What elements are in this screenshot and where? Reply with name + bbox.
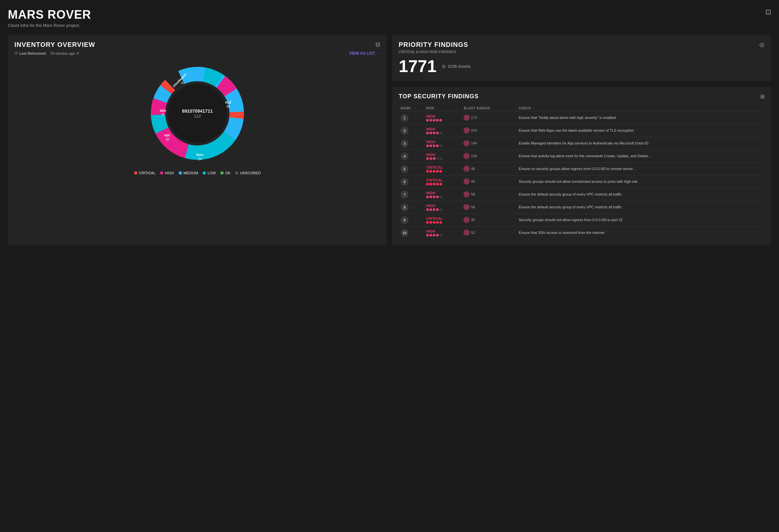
- target-icon: [464, 179, 470, 185]
- table-row: 7 HIGH 58 Ensure the default security gr…: [399, 188, 765, 201]
- account-id: 691070941711: [182, 109, 213, 114]
- svg-point-48: [466, 232, 467, 233]
- arrow-right-icon: →: [376, 51, 380, 56]
- rank-badge: 3: [401, 140, 409, 147]
- check-text: Security groups should not allow ingress…: [519, 217, 763, 222]
- rank-badge: 7: [401, 191, 409, 199]
- target-icon: [464, 153, 470, 159]
- check-cell: Ensure the default security group of eve…: [517, 188, 765, 201]
- last-refreshed: ⏱ Last Refreshed: 29 minutes ago ↺: [14, 52, 79, 56]
- target-icon: ◎: [759, 41, 765, 48]
- col-rank: RANK: [399, 105, 424, 112]
- svg-text:24: 24: [198, 157, 202, 161]
- svg-point-23: [465, 129, 468, 132]
- rank-cell: 10: [399, 227, 424, 240]
- legend: CRITICAL HIGH MEDIUM LOW OK: [134, 171, 261, 175]
- svg-point-36: [466, 181, 467, 182]
- terminal-icon[interactable]: ⊞: [760, 93, 765, 99]
- legend-dot-low: [202, 171, 206, 175]
- legend-critical: CRITICAL: [134, 171, 156, 175]
- svg-point-44: [465, 218, 468, 221]
- legend-low: LOW: [202, 171, 216, 175]
- priority-subtitle: CRITICAL & HIGH RISK FINDINGS: [399, 50, 468, 54]
- priority-title: PRIORITY FINDINGS: [399, 41, 468, 49]
- rank-cell: 1: [399, 112, 424, 125]
- donut-chart-container: ec2 44 kms 24 vpc 18 iam 9 cloudwatch 8: [14, 61, 380, 175]
- svg-text:9: 9: [162, 113, 164, 117]
- rank-badge: 1: [401, 114, 409, 122]
- blast-cell: 134: [462, 150, 517, 163]
- table-row: 10 HIGH 52 Ensure that SSH access is res…: [399, 227, 765, 240]
- table-row: 2 HIGH 154 Ensure that Web Apps use the …: [399, 125, 765, 137]
- legend-dot-medium: [179, 171, 182, 175]
- inventory-title: INVENTORY OVERVIEW: [14, 41, 95, 49]
- risk-label: HIGH: [426, 153, 460, 156]
- target-icon: [464, 204, 470, 210]
- rank-badge: 2: [401, 127, 409, 135]
- check-text: Ensure no security groups allow ingress …: [519, 167, 763, 171]
- check-text: Ensure that activity log alerts exist fo…: [519, 154, 763, 158]
- risk-cell: HIGH: [424, 188, 462, 201]
- check-text: Ensure the default security group of eve…: [519, 192, 763, 197]
- table-row: 4 HIGH 134 Ensure that activity log aler…: [399, 150, 765, 163]
- legend-ok: OK: [220, 171, 231, 175]
- report-icon[interactable]: ⊡: [765, 8, 771, 16]
- check-cell: Ensure that "Notify about alerts with hi…: [517, 112, 765, 125]
- risk-label: CRITICAL: [426, 178, 460, 182]
- risk-label: HIGH: [426, 140, 460, 144]
- legend-dot-unscored: [235, 171, 238, 175]
- check-text: Ensure that "Notify about alerts with hi…: [519, 115, 763, 120]
- donut-center: 691070941711 112: [182, 109, 213, 119]
- svg-point-32: [465, 167, 468, 170]
- svg-text:ec2: ec2: [225, 100, 231, 104]
- svg-point-38: [465, 193, 468, 196]
- legend-unscored: UNSCORED: [235, 171, 261, 175]
- rank-cell: 7: [399, 188, 424, 201]
- check-text: Security groups should not allow unrestr…: [519, 179, 763, 184]
- blast-radius: 58: [464, 191, 475, 197]
- rank-badge: 6: [401, 178, 409, 186]
- table-row: 9 CRITICAL 30 Security groups should not…: [399, 214, 765, 227]
- blast-cell: 43: [462, 176, 517, 188]
- blast-cell: 154: [462, 125, 517, 137]
- check-text: Ensure the default security group of eve…: [519, 205, 763, 210]
- rank-badge: 5: [401, 165, 409, 173]
- check-text: Ensure that Web Apps use the latest avai…: [519, 128, 763, 133]
- findings-table: RANK RISK BLAST RADIUS CHECK 1 HIGH: [399, 105, 765, 239]
- main-grid: INVENTORY OVERVIEW ⊟ ⏱ Last Refreshed: 2…: [8, 35, 771, 246]
- priority-count: 1771: [399, 58, 437, 75]
- target-icon: [464, 191, 470, 197]
- risk-cell: HIGH: [424, 201, 462, 214]
- risk-label: CRITICAL: [426, 165, 460, 170]
- clock-icon: ⏱: [14, 52, 18, 55]
- svg-point-21: [466, 117, 467, 118]
- blast-radius: 30: [464, 217, 475, 223]
- svg-point-20: [465, 116, 468, 119]
- check-cell: Ensure that SSH access is restricted fro…: [517, 227, 765, 240]
- blast-cell: 30: [462, 214, 517, 227]
- legend-dot-critical: [134, 171, 137, 175]
- svg-point-29: [465, 154, 468, 157]
- blast-cell: 48: [462, 163, 517, 176]
- refresh-icon[interactable]: ↺: [76, 52, 79, 56]
- svg-point-30: [466, 155, 467, 156]
- risk-cell: CRITICAL: [424, 214, 462, 227]
- col-blast: BLAST RADIUS: [462, 105, 517, 112]
- blast-cell: 58: [462, 188, 517, 201]
- check-cell: Ensure that Web Apps use the latest avai…: [517, 125, 765, 137]
- legend-dot-ok: [220, 171, 224, 175]
- svg-text:44: 44: [226, 105, 230, 109]
- col-check: CHECK: [517, 105, 765, 112]
- blast-radius: 173: [464, 115, 477, 121]
- rank-cell: 8: [399, 201, 424, 214]
- view-as-list-button[interactable]: VIEW AS LIST →: [349, 51, 380, 56]
- svg-point-47: [465, 231, 468, 234]
- risk-label: HIGH: [426, 204, 460, 208]
- inventory-panel: INVENTORY OVERVIEW ⊟ ⏱ Last Refreshed: 2…: [8, 35, 387, 246]
- blast-cell: 173: [462, 112, 517, 125]
- page-header: MARS ROVER Cloud infra for the Mars Rove…: [8, 8, 771, 28]
- check-cell: Security groups should not allow ingress…: [517, 214, 765, 227]
- table-row: 5 CRITICAL 48 Ensure no security groups …: [399, 163, 765, 176]
- rank-badge: 9: [401, 216, 409, 224]
- blast-radius: 134: [464, 153, 477, 159]
